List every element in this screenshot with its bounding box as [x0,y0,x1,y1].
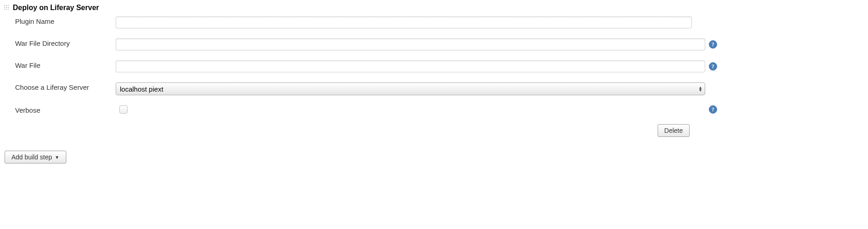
add-build-step-label: Add build step [11,153,52,161]
war-file-input[interactable] [116,60,705,72]
help-icon[interactable]: ? [709,105,717,114]
delete-row: Delete [4,124,717,137]
add-build-step-row: Add build step ▼ [4,151,864,164]
plugin-name-input[interactable] [116,16,692,28]
svg-point-5 [8,7,9,8]
help-icon[interactable]: ? [709,62,717,71]
svg-point-1 [6,5,7,6]
section-title: Deploy on Liferay Server [13,4,99,12]
verbose-label: Verbose [4,105,116,114]
svg-point-2 [8,5,9,6]
liferay-server-select[interactable]: localhost piext [116,82,705,95]
plugin-name-label: Plugin Name [4,16,116,25]
svg-point-4 [6,7,7,8]
svg-text:?: ? [712,63,714,70]
help-icon[interactable]: ? [709,40,717,49]
svg-point-0 [4,5,5,6]
war-file-directory-label: War File Directory [4,38,116,47]
war-file-row: War File ? [4,60,717,72]
verbose-checkbox[interactable] [119,105,128,114]
add-build-step-button[interactable]: Add build step ▼ [5,151,66,164]
war-file-directory-input[interactable] [116,38,705,50]
drag-handle-icon[interactable] [4,5,10,11]
svg-point-8 [8,9,9,10]
svg-text:?: ? [712,106,714,113]
chevron-down-icon: ▼ [55,155,59,160]
svg-point-7 [6,9,7,10]
liferay-server-row: Choose a Liferay Server localhost piext … [4,82,717,95]
plugin-name-row: Plugin Name [4,16,717,28]
svg-point-3 [4,7,5,8]
liferay-server-label: Choose a Liferay Server [4,82,116,91]
delete-button[interactable]: Delete [658,124,690,137]
svg-text:?: ? [712,41,714,48]
war-file-directory-row: War File Directory ? [4,38,717,50]
svg-point-6 [4,9,5,10]
verbose-row: Verbose ? [4,105,717,114]
section-header: Deploy on Liferay Server [4,4,717,12]
war-file-label: War File [4,60,116,69]
